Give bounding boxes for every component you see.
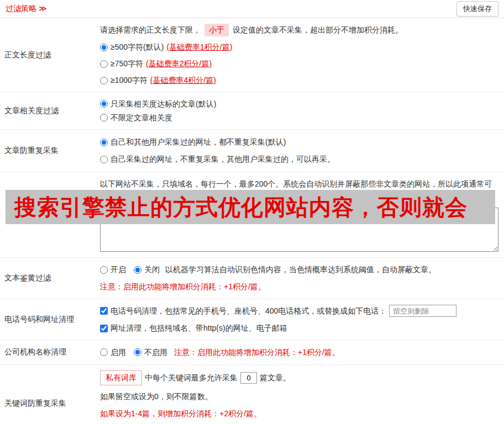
company-cleanup-off-option[interactable]: 不启用	[134, 347, 167, 358]
length-option-500[interactable]: ≥500字符(默认)	[100, 41, 164, 53]
option-label: 开启	[111, 264, 126, 275]
option-label: 只采集相关度达标的文章(默认)	[111, 98, 216, 110]
length-750-radio[interactable]	[100, 60, 108, 68]
option-label: 自己和其他用户采集过的网址，都不重复采集(默认)	[111, 136, 286, 148]
option-label: 网址清理，包括纯域名、带http(s)的网址、电子邮箱	[111, 322, 287, 334]
section-relevance-filter: 文章相关度过滤 只采集相关度达标的文章(默认) 不限定文章相关度	[0, 92, 504, 130]
option-label: 自己采集过的网址，不重复采集，其他用户采集过的，可以再采。	[111, 153, 335, 165]
keyword-line1-text: 篇文章。	[260, 372, 291, 384]
base-rate-link[interactable]: (基础费率4积分/篇)	[150, 75, 216, 86]
length-option-1000[interactable]: ≥1000字符	[100, 75, 148, 86]
option-label: 关闭	[144, 264, 160, 275]
option-label: 不启用	[144, 347, 167, 358]
length-1000-radio[interactable]	[100, 77, 108, 84]
intro-text: 设定值的文章不采集，超出部分不增加积分消耗。	[233, 24, 403, 36]
company-cleanup-on-option[interactable]: 启用	[100, 347, 126, 358]
body-length-intro: 请选择需求的正文长度下限， 小于 设定值的文章不采集，超出部分不增加积分消耗。	[100, 24, 498, 36]
url-cleanup-option[interactable]: 网址清理，包括纯域名、带http(s)的网址、电子邮箱	[100, 322, 287, 334]
magnifier-overlay-banner: 搜索引擎禁止的方式优化网站内容，否则就会	[6, 190, 495, 224]
section-label: 关键词防重复采集	[0, 365, 97, 424]
section-dedup-collection: 文章防重复采集 自己和其他用户采集过的网址，都不重复采集(默认) 自己采集过的网…	[0, 130, 504, 172]
option-label: 电话号码清理，包括常见的手机号、座机号、400电话格式，或替换成如下电话：	[111, 305, 386, 317]
company-on-radio[interactable]	[100, 348, 108, 356]
url-cleanup-checkbox[interactable]	[100, 325, 108, 332]
company-cleanup-cost-note: 注意：启用此功能将增加积分消耗：+1积分/篇。	[174, 347, 340, 358]
relevance-option-any[interactable]: 不限定文章相关度	[100, 112, 172, 124]
section-label: 文章相关度过滤	[0, 92, 97, 129]
phone-cleanup-checkbox[interactable]	[100, 307, 108, 315]
base-rate-link[interactable]: (基础费率1积分/篇)	[166, 41, 232, 53]
option-label: 不限定文章相关度	[111, 112, 172, 124]
porn-off-radio[interactable]	[134, 266, 141, 274]
dedup-all-users-radio[interactable]	[100, 139, 108, 146]
private-lexicon-button[interactable]: 私有词库	[100, 370, 142, 385]
porn-filter-cost-note: 注意：启用此功能将增加积分消耗：+1积分/篇。	[100, 281, 498, 293]
base-rate-link[interactable]: (基础费率2积分/篇)	[146, 58, 212, 70]
option-label: 启用	[111, 347, 126, 358]
section-label: 电话号码和网址清理	[0, 299, 97, 340]
filter-strategy-toggle[interactable]: 过滤策略 ≫	[6, 4, 47, 14]
keyword-note-cost: 如果设为1-4篇，则增加积分消耗：+2积分/篇。	[100, 408, 498, 420]
toolbar: 过滤策略 ≫ 快速保存	[0, 0, 504, 18]
length-500-radio[interactable]	[100, 44, 108, 51]
intro-text: 请选择需求的正文长度下限，	[100, 24, 201, 36]
length-option-750[interactable]: ≥750字符	[100, 58, 143, 70]
dedup-option-self-only[interactable]: 自己采集过的网址，不重复采集，其他用户采集过的，可以再采。	[100, 153, 335, 165]
company-off-radio[interactable]	[134, 348, 141, 356]
relevance-any-radio[interactable]	[100, 114, 108, 121]
section-label: 文章防重复采集	[0, 130, 97, 172]
section-keyword-dedup: 关键词防重复采集 私有词库 中每个关键词最多允许采集 篇文章。 如果留空或设为0…	[0, 365, 504, 424]
dedup-self-only-radio[interactable]	[100, 156, 108, 163]
keyword-note-unlimited: 如果留空或设为0，则不限篇数。	[100, 391, 498, 402]
replacement-phone-input[interactable]	[389, 305, 456, 317]
section-body-length-filter: 正文长度过滤 请选择需求的正文长度下限， 小于 设定值的文章不采集，超出部分不增…	[0, 18, 504, 92]
keyword-count-input[interactable]	[240, 372, 257, 384]
dedup-option-all-users[interactable]: 自己和其他用户采集过的网址，都不重复采集(默认)	[100, 136, 286, 148]
section-label: 公司机构名称清理	[0, 340, 97, 364]
section-phone-url-cleanup: 电话号码和网址清理 电话号码清理，包括常见的手机号、座机号、400电话格式，或替…	[0, 299, 504, 340]
keyword-line1-text: 中每个关键词最多允许采集	[145, 372, 238, 384]
relevance-strict-radio[interactable]	[100, 100, 108, 108]
porn-filter-off-option[interactable]: 关闭	[134, 264, 160, 275]
relevance-option-strict[interactable]: 只采集相关度达标的文章(默认)	[100, 98, 216, 110]
section-porn-filter: 文本鉴黄过滤 开启 关闭 以机器学习算法自动识别色情内容，当色情概率达到系统阈值…	[0, 258, 504, 299]
section-label: 正文长度过滤	[0, 18, 97, 92]
quick-save-button[interactable]: 快速保存	[456, 1, 498, 17]
section-company-cleanup: 公司机构名称清理 启用 不启用 注意：启用此功能将增加积分消耗：+1积分/篇。	[0, 340, 504, 365]
porn-filter-desc: 以机器学习算法自动识别色情内容，当色情概率达到系统阈值，自动屏蔽文章。	[165, 264, 436, 275]
less-than-highlight: 小于	[204, 24, 229, 36]
porn-on-radio[interactable]	[100, 266, 108, 274]
phone-cleanup-option[interactable]: 电话号码清理，包括常见的手机号、座机号、400电话格式，或替换成如下电话：	[100, 305, 386, 317]
option-label: ≥500字符(默认)	[111, 41, 164, 53]
section-label: 文本鉴黄过滤	[0, 258, 97, 299]
option-label: ≥750字符	[111, 58, 143, 70]
porn-filter-on-option[interactable]: 开启	[100, 264, 126, 275]
option-label: ≥1000字符	[111, 75, 148, 86]
